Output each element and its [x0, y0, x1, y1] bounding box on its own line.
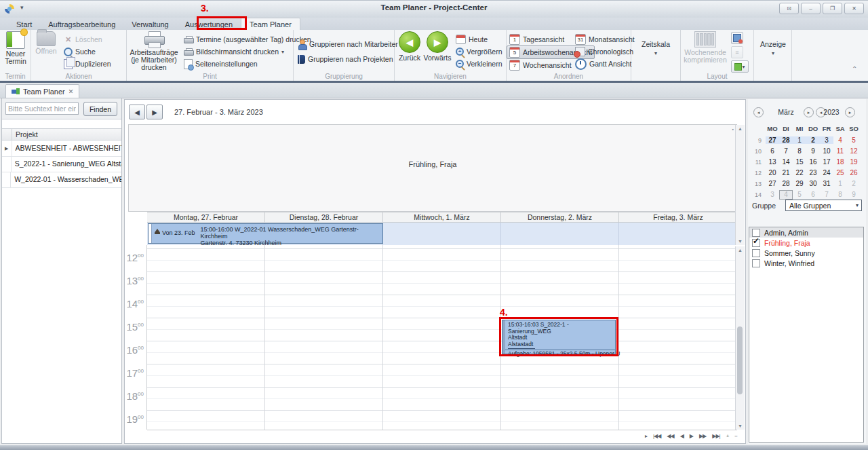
project-row-abwesenheit[interactable]: ▶ ABWESENHEIT - ABWESENHEIT — [2, 140, 121, 157]
user-row-admin[interactable]: Admin, Admin — [749, 227, 863, 238]
day-header-monday[interactable]: Montag, 27. Februar — [147, 212, 265, 222]
document-tab-bar: Team Planer ✕ — [0, 83, 868, 98]
wochenende-komprimieren-button[interactable]: Wochenende komprimieren — [684, 31, 727, 64]
day-view-icon: 1 — [509, 34, 520, 45]
nav-add-icon[interactable]: + — [726, 433, 729, 439]
checkbox-unchecked[interactable] — [752, 259, 760, 267]
resource-zoom-button[interactable] — [731, 32, 743, 44]
tab-team-planer[interactable]: Team Planer — [241, 18, 300, 30]
doc-tab-team-planer[interactable]: Team Planer ✕ — [5, 84, 79, 98]
day-header-friday[interactable]: Freitag, 3. März — [619, 212, 737, 222]
scheduler: ◀ ▶ 27. Februar - 3. März 2023 ▪ Frühlin… — [124, 99, 746, 444]
project-row-wasserschaden[interactable]: W_2022-01 - Wasserschaden_WEG ... — [2, 172, 121, 188]
mini-calendar-year[interactable]: 2023 — [819, 108, 844, 116]
loeschen-button[interactable]: ✕ Löschen — [64, 33, 111, 45]
scroll-up-icon[interactable]: ▲ — [736, 126, 745, 131]
user-row-sommer[interactable]: Sommer, Sunny — [749, 248, 863, 258]
tab-auftragsbearbeitung[interactable]: Auftragsbearbeitung — [40, 18, 123, 30]
day-header-wednesday[interactable]: Mittwoch, 1. März — [383, 212, 501, 222]
mini-calendar-week-9[interactable]: 9 272812345 — [751, 135, 863, 145]
finden-button[interactable]: Finden — [83, 102, 117, 116]
mini-calendar-week-11[interactable]: 11 13141516171819 — [751, 157, 863, 167]
restore-button[interactable]: ❐ — [823, 3, 842, 14]
book-icon — [298, 55, 305, 64]
grid-scrollbar[interactable]: ▲ ▼ — [735, 246, 745, 430]
bildschirmansicht-drucken-button[interactable]: Bildschirmansicht drucken ▾ — [184, 45, 311, 58]
oeffnen-button[interactable]: Öffnen — [34, 31, 58, 55]
date-range-label: 27. Februar - 3. März 2023 — [174, 108, 263, 116]
day-header-thursday[interactable]: Donnerstag, 2. März — [501, 212, 619, 222]
next-month-icon[interactable]: ▸ — [804, 107, 814, 117]
user-row-fruehling[interactable]: Frühling, Fraja — [749, 238, 863, 248]
nav-remove-icon[interactable]: − — [734, 433, 737, 439]
nav-last-icon[interactable]: ▶▶| — [712, 433, 719, 439]
day-column-tuesday[interactable] — [265, 245, 383, 430]
day-column-friday[interactable] — [619, 245, 737, 430]
gantt-ansicht-button[interactable]: Gantt Ansicht — [575, 58, 635, 70]
minimize-button[interactable]: – — [801, 3, 821, 14]
mini-calendar-week-12[interactable]: 12 20212223242526 — [751, 168, 863, 178]
tab-auswertungen[interactable]: Auswertungen — [177, 18, 241, 30]
ribbon-collapse-icon[interactable]: ⌃ — [852, 65, 857, 73]
heute-button[interactable]: Heute — [456, 33, 502, 45]
tab-verwaltung[interactable]: Verwaltung — [123, 18, 176, 30]
mini-calendar-week-10[interactable]: 10 6789101112 — [751, 146, 863, 156]
monatsansicht-button[interactable]: 31 Monatsansicht — [575, 33, 635, 45]
mini-calendar-week-13[interactable]: 13 272829303112 — [751, 179, 863, 189]
checkbox-checked[interactable] — [752, 239, 760, 247]
scroll-down-icon[interactable]: ▼ — [736, 424, 745, 428]
ribbon-group-termin: Neuer Termin Termin — [0, 30, 31, 81]
next-week-button[interactable]: ▶ — [146, 105, 163, 119]
verkleinern-button[interactable]: − Verkleinern — [456, 58, 502, 70]
nav-first-icon[interactable]: |◀◀ — [653, 433, 660, 439]
chronologisch-button[interactable]: Chronologisch — [575, 45, 635, 58]
mini-calendar-month[interactable]: März — [770, 108, 802, 116]
day-header-tuesday[interactable]: Dienstag, 28. Februar — [265, 212, 383, 222]
right-panel: ◂ März ▸ ◂ 2023 ▸ MODIMIDOFRSASO 9 27281… — [748, 99, 866, 444]
next-year-icon[interactable]: ▸ — [845, 107, 855, 117]
nav-next-page-icon[interactable]: ▶▶ — [699, 433, 706, 439]
nav-prev-icon[interactable]: ◀ — [680, 433, 684, 439]
day-column-monday[interactable] — [147, 245, 265, 430]
neuer-termin-button[interactable]: Neuer Termin — [3, 31, 28, 65]
suche-button[interactable]: Suche — [64, 45, 111, 58]
close-button[interactable]: ✕ — [844, 3, 864, 14]
zurueck-button[interactable]: ◀ Zurück — [397, 31, 422, 62]
color-scheme-button[interactable]: ▾ — [731, 60, 749, 73]
gruppieren-nach-projekten-button[interactable]: Gruppieren nach Projekten — [298, 52, 398, 67]
termine-tag-drucken-button[interactable]: Termine (ausgewählter Tag) drucken — [184, 33, 311, 45]
zeitskala-dropdown-button[interactable]: Zeitskala ▾ — [637, 41, 675, 57]
doc-tab-close-icon[interactable]: ✕ — [68, 88, 74, 95]
header-scrollbar[interactable]: ▲ ▼ — [735, 125, 745, 245]
appointment-wasserschaden[interactable]: Von 23. Feb 15:00-16:00 W_2022-01 Wasser… — [148, 223, 383, 244]
vergroessern-button[interactable]: + Vergrößern — [456, 45, 502, 58]
vorwaerts-button[interactable]: ▶ Vorwärts — [423, 31, 452, 62]
day-column-wednesday[interactable] — [383, 245, 501, 430]
user-row-winter[interactable]: Winter, Winfried — [749, 258, 863, 268]
search-input[interactable] — [5, 102, 79, 115]
scrollbar-thumb[interactable] — [737, 326, 743, 394]
nav-prev-page-icon[interactable]: ◀◀ — [667, 433, 673, 439]
scroll-down-icon[interactable]: ▼ — [736, 239, 745, 244]
nav-next-icon[interactable]: ▶ — [690, 433, 693, 439]
prev-month-icon[interactable]: ◂ — [753, 107, 764, 117]
prev-week-button[interactable]: ◀ — [129, 105, 145, 119]
project-column-header[interactable]: Projekt — [2, 128, 121, 140]
scroll-up-icon[interactable]: ▲ — [736, 248, 745, 252]
checkbox-unchecked[interactable] — [752, 249, 760, 257]
nav-expand-icon[interactable]: ▸ — [645, 433, 647, 439]
list-settings-button[interactable]: ≡ — [731, 46, 743, 58]
appointment-sanierung[interactable]: 15:03-16:03 S_2022-1 - Sanierung_WEG Alt… — [502, 320, 616, 354]
anzeige-dropdown-button[interactable]: Anzeige ▾ — [758, 41, 788, 57]
gruppe-dropdown[interactable]: Alle Gruppen ▾ — [785, 200, 862, 211]
time-grid[interactable] — [147, 245, 737, 430]
fullscreen-button[interactable]: ⊡ — [779, 3, 799, 14]
gruppieren-nach-mitarbeiter-button[interactable]: Gruppieren nach Mitarbeiter — [298, 37, 398, 52]
arbeitsauftraege-drucken-button[interactable]: Arbeitsaufträge (je Mitarbeiter) drucken — [130, 31, 178, 71]
project-row-sanierung[interactable]: S_2022-1 - Sanierung_WEG Altstadt — [2, 156, 121, 172]
mini-calendar-week-14[interactable]: 14 3456789 — [751, 189, 863, 200]
duplizieren-button[interactable]: Duplizieren — [64, 58, 111, 70]
group-caption-gruppierung: Gruppierung — [294, 73, 394, 80]
tab-start[interactable]: Start — [8, 18, 40, 30]
seiteneinstellungen-button[interactable]: Seiteneinstellungen — [184, 58, 311, 70]
